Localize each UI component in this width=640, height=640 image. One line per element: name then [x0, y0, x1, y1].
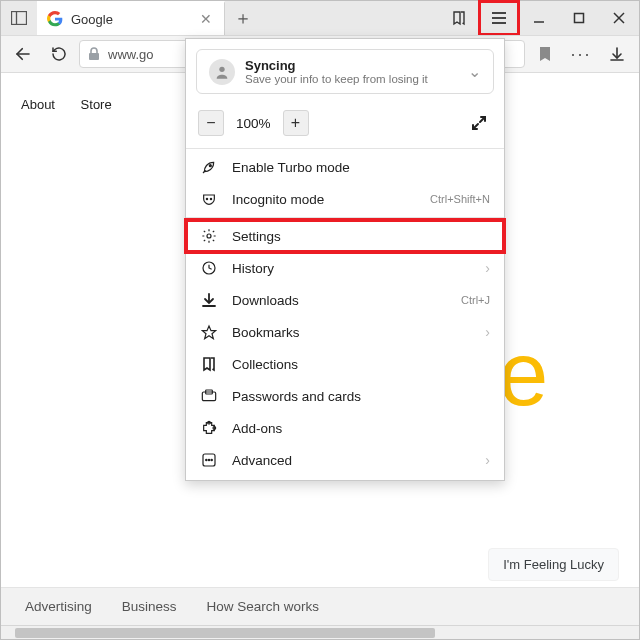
- menu-item-turbo[interactable]: Enable Turbo mode: [186, 151, 504, 183]
- menu-item-collections[interactable]: Collections: [186, 348, 504, 380]
- menu-item-settings[interactable]: Settings: [186, 220, 504, 252]
- sync-card[interactable]: Syncing Save your info to keep from losi…: [196, 49, 494, 94]
- svg-rect-24: [202, 392, 215, 401]
- mask-icon: [200, 190, 218, 208]
- collections-button[interactable]: [439, 1, 479, 35]
- chevron-right-icon: ›: [485, 260, 490, 276]
- search-buttons-row: I'm Feeling Lucky: [488, 548, 619, 581]
- footer-advertising[interactable]: Advertising: [25, 599, 92, 614]
- sync-subtitle: Save your info to keep from losing it: [245, 73, 458, 85]
- menu-item-bookmarks[interactable]: Bookmarks ›: [186, 316, 504, 348]
- menu-item-incognito[interactable]: Incognito mode Ctrl+Shift+N: [186, 183, 504, 215]
- google-top-nav: About Store: [21, 97, 134, 112]
- svg-point-16: [209, 165, 211, 167]
- tab-google[interactable]: Google ✕: [37, 1, 225, 35]
- footer-business[interactable]: Business: [122, 599, 177, 614]
- download-icon: [200, 291, 218, 309]
- puzzle-icon: [200, 419, 218, 437]
- svg-rect-6: [575, 14, 584, 23]
- lucky-button[interactable]: I'm Feeling Lucky: [488, 548, 619, 581]
- rocket-icon: [200, 158, 218, 176]
- svg-rect-10: [89, 53, 99, 60]
- menu-item-history[interactable]: History ›: [186, 252, 504, 284]
- gear-icon: [200, 227, 218, 245]
- tab-title: Google: [71, 12, 198, 27]
- more-button[interactable]: ···: [565, 38, 597, 70]
- google-favicon-icon: [47, 11, 63, 27]
- flag-icon: [200, 355, 218, 373]
- zoom-row: − 100% +: [186, 104, 504, 146]
- menu-item-addons[interactable]: Add-ons: [186, 412, 504, 444]
- svg-point-30: [208, 459, 209, 460]
- back-button[interactable]: [7, 38, 39, 70]
- titlebar: Google ✕ ＋: [1, 1, 639, 35]
- scrollbar-thumb[interactable]: [15, 628, 435, 638]
- card-icon: [200, 387, 218, 405]
- svg-marker-23: [202, 326, 215, 339]
- sync-title: Syncing: [245, 58, 458, 73]
- chevron-right-icon: ›: [485, 324, 490, 340]
- sidebar-toggle-button[interactable]: [1, 1, 37, 35]
- svg-point-31: [211, 459, 212, 460]
- downloads-button[interactable]: [601, 38, 633, 70]
- shortcut-hint: Ctrl+J: [461, 294, 490, 306]
- main-menu-dropdown: Syncing Save your info to keep from losi…: [185, 38, 505, 481]
- chevron-down-icon: ⌄: [468, 62, 481, 81]
- dots-icon: [200, 451, 218, 469]
- clock-icon: [200, 259, 218, 277]
- footer-how[interactable]: How Search works: [207, 599, 320, 614]
- svg-point-18: [210, 198, 211, 199]
- bookmark-button[interactable]: [529, 38, 561, 70]
- svg-point-17: [206, 198, 207, 199]
- svg-point-13: [219, 66, 224, 71]
- hamburger-menu-button[interactable]: [479, 1, 519, 35]
- chevron-right-icon: ›: [485, 452, 490, 468]
- url-text: www.go: [108, 47, 154, 62]
- window-maximize-button[interactable]: [559, 1, 599, 35]
- tab-close-button[interactable]: ✕: [198, 11, 214, 27]
- window-minimize-button[interactable]: [519, 1, 559, 35]
- svg-point-19: [207, 234, 211, 238]
- new-tab-button[interactable]: ＋: [225, 1, 261, 35]
- nav-store[interactable]: Store: [81, 97, 112, 112]
- horizontal-scrollbar[interactable]: [1, 625, 639, 639]
- shortcut-hint: Ctrl+Shift+N: [430, 193, 490, 205]
- fullscreen-button[interactable]: [466, 110, 492, 136]
- zoom-level: 100%: [230, 116, 277, 131]
- lock-icon: [88, 47, 100, 61]
- zoom-in-button[interactable]: +: [283, 110, 309, 136]
- google-footer: Advertising Business How Search works: [1, 587, 639, 625]
- reload-button[interactable]: [43, 38, 75, 70]
- svg-rect-0: [12, 12, 27, 25]
- avatar-icon: [209, 59, 235, 85]
- menu-item-downloads[interactable]: Downloads Ctrl+J: [186, 284, 504, 316]
- menu-item-advanced[interactable]: Advanced ›: [186, 444, 504, 476]
- zoom-out-button[interactable]: −: [198, 110, 224, 136]
- browser-window: Google ✕ ＋ www.go: [0, 0, 640, 640]
- window-close-button[interactable]: [599, 1, 639, 35]
- svg-point-29: [206, 459, 207, 460]
- nav-about[interactable]: About: [21, 97, 55, 112]
- star-icon: [200, 323, 218, 341]
- menu-item-passwords[interactable]: Passwords and cards: [186, 380, 504, 412]
